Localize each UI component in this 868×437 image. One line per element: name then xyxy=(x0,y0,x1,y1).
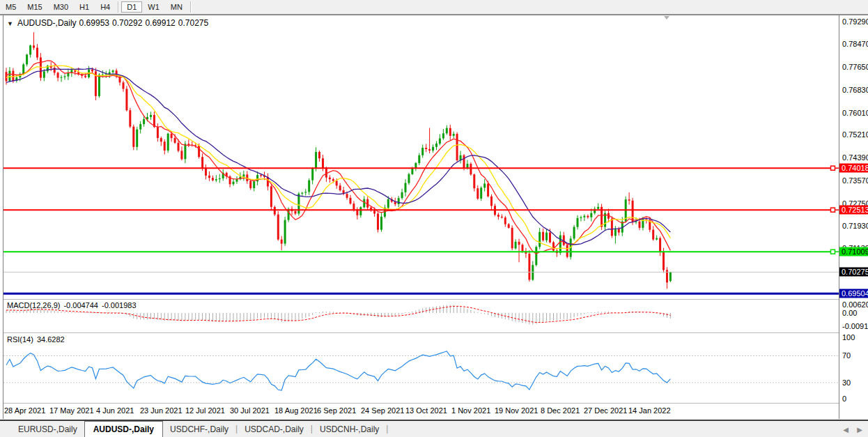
timeframe-button-mn[interactable]: MN xyxy=(165,1,188,13)
tab-scroll-left-icon[interactable]: ◀ xyxy=(843,426,848,434)
fast-ma xyxy=(6,61,670,254)
macd-pane-separator[interactable] xyxy=(3,299,839,300)
rsi-value: 34.6282 xyxy=(37,335,65,344)
rsi-pane-separator[interactable] xyxy=(3,332,839,333)
mid-ma xyxy=(6,66,670,249)
date-axis-label: 28 Apr 2021 xyxy=(4,406,45,415)
macd-signal-value: -0.001983 xyxy=(102,301,137,309)
chart-canvas[interactable] xyxy=(0,15,868,419)
macd-axis-tick: 0.00 xyxy=(842,309,857,317)
date-axis-label: 14 Jan 2022 xyxy=(628,406,671,415)
date-axis-label: 13 Oct 2021 xyxy=(405,406,447,415)
date-axis-label: 30 Jul 2021 xyxy=(230,406,270,415)
chart-tab-usdchf[interactable]: USDCHF-,Daily xyxy=(163,422,235,436)
macd-axis-tick: 0.006201 xyxy=(842,300,868,309)
macd-indicator-label: MACD(12,26,9)-0.004744-0.001983 xyxy=(7,301,140,309)
date-axis-label: 19 Nov 2021 xyxy=(495,406,538,415)
macd-name: MACD(12,26,9) xyxy=(7,301,60,309)
symbol-dropdown-icon[interactable]: ▼ xyxy=(7,20,13,27)
price-tag: 0.72513 xyxy=(839,206,868,215)
rsi-axis-tick: 30 xyxy=(842,378,851,387)
timeframe-button-w1[interactable]: W1 xyxy=(142,1,165,13)
chart-tab-bar: EURUSD-,DailyAUDUSD-,DailyUSDCHF-,Daily|… xyxy=(0,420,868,437)
timeframe-button-h4[interactable]: H4 xyxy=(95,1,116,13)
price-tag: 0.70275 xyxy=(839,268,868,277)
macd-axis-tick: -0.009197 xyxy=(842,322,868,330)
toolbar-separator xyxy=(190,1,192,13)
tab-separator: | xyxy=(386,424,388,434)
chart-shift-marker[interactable] xyxy=(664,16,669,20)
price-axis-tick: 0.73570 xyxy=(842,176,868,185)
price-axis-tick: 0.79290 xyxy=(842,17,868,26)
price-axis-tick: 0.71930 xyxy=(842,222,868,230)
date-axis-label: 8 Dec 2021 xyxy=(541,406,580,415)
date-axis-label: 1 Nov 2021 xyxy=(451,406,490,415)
rsi-axis-tick: 70 xyxy=(842,351,851,360)
toolbar-separator xyxy=(118,1,119,13)
chart-window: ▼AUDUSD-,Daily0.699530.702920.699120.702… xyxy=(0,15,868,419)
chart-top-border xyxy=(0,15,868,15)
rsi-axis-tick: 100 xyxy=(842,333,855,342)
price-axis-tick: 0.77650 xyxy=(842,63,868,71)
date-axis-label: 24 Sep 2021 xyxy=(361,406,404,415)
timeframe-button-d1[interactable]: D1 xyxy=(121,1,142,13)
chart-tab-eurusd[interactable]: EURUSD-,Daily xyxy=(11,422,84,436)
ohlc-close: 0.70275 xyxy=(178,18,208,28)
timeframe-toolbar: M5M15M30H1H4D1W1MN xyxy=(0,0,868,15)
chart-tab-usdcnh[interactable]: USDCNH-,Daily xyxy=(313,422,386,436)
rsi-name: RSI(14) xyxy=(7,335,33,344)
price-axis-tick: 0.75210 xyxy=(842,130,868,139)
rsi-indicator-label: RSI(14)34.6282 xyxy=(7,335,68,344)
timeframe-button-h1[interactable]: H1 xyxy=(74,1,95,13)
date-axis-label: 6 Sep 2021 xyxy=(317,406,356,415)
price-axis-separator xyxy=(839,15,839,419)
macd-value: -0.004744 xyxy=(63,301,98,309)
date-axis-label: 18 Aug 2021 xyxy=(274,406,318,415)
price-tag: 0.74018 xyxy=(839,164,868,173)
chart-symbol-period: AUDUSD-,Daily xyxy=(17,18,77,28)
timeframe-button-m30[interactable]: M30 xyxy=(48,1,74,13)
chart-title: ▼AUDUSD-,Daily0.699530.702920.699120.702… xyxy=(7,18,211,28)
date-axis-label: 23 Jun 2021 xyxy=(140,406,183,415)
slow-ma xyxy=(6,68,670,245)
ohlc-high: 0.70292 xyxy=(112,18,142,28)
date-axis-label: 12 Jul 2021 xyxy=(185,406,225,415)
chart-left-border xyxy=(3,15,3,419)
chart-tab-audusd[interactable]: AUDUSD-,Daily xyxy=(84,421,163,437)
chart-tab-usdcad[interactable]: USDCAD-,Daily xyxy=(238,422,311,436)
price-tag: 0.69504 xyxy=(839,289,868,298)
price-axis-tick: 0.74390 xyxy=(842,153,868,162)
time-axis-separator xyxy=(3,403,839,404)
price-axis-tick: 0.76830 xyxy=(842,86,868,94)
price-axis-tick: 0.78470 xyxy=(842,40,868,48)
timeframe-button-m5[interactable]: M5 xyxy=(0,1,22,13)
price-tag: 0.71009 xyxy=(839,247,868,256)
timeframe-button-m15[interactable]: M15 xyxy=(22,1,47,13)
ohlc-low: 0.69912 xyxy=(145,18,175,28)
rsi-axis-tick: 0 xyxy=(842,394,846,403)
date-axis-label: 27 Dec 2021 xyxy=(584,406,627,415)
date-axis-label: 4 Jun 2021 xyxy=(96,406,134,415)
date-axis-label: 17 May 2021 xyxy=(49,406,94,415)
trading-terminal-window: M5M15M30H1H4D1W1MN ▼AUDUSD-,Daily0.69953… xyxy=(0,0,868,437)
price-axis-tick: 0.76010 xyxy=(842,109,868,117)
ohlc-open: 0.69953 xyxy=(79,18,109,28)
rsi-line xyxy=(6,351,670,390)
tab-scroll-right-icon[interactable]: ▶ xyxy=(857,426,862,434)
